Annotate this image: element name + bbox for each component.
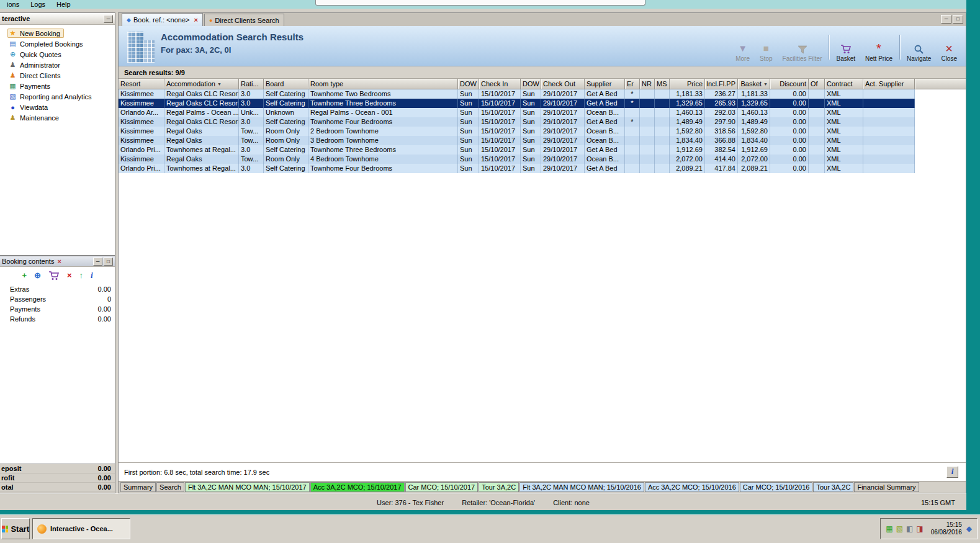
- nett-price-button[interactable]: *Nett Price: [860, 30, 897, 65]
- column-header-ms[interactable]: MS: [655, 79, 670, 89]
- stop-button[interactable]: ■Stop: [755, 30, 778, 65]
- volume-tray-icon[interactable]: ◨: [916, 524, 923, 533]
- menu-item-help[interactable]: Help: [51, 0, 76, 9]
- bottom-tab-search[interactable]: Search: [156, 482, 184, 492]
- column-header-dow[interactable]: DOW: [521, 79, 541, 89]
- column-header-resort[interactable]: Resort: [119, 79, 164, 89]
- booking-total-label: otal: [1, 483, 98, 491]
- bottom-tab-acc-3a-2c-mco-15-10-2016[interactable]: Acc 3A,2C MCO; 15/10/2016: [645, 482, 739, 492]
- info-icon[interactable]: i: [91, 271, 93, 280]
- column-header-price[interactable]: Price: [670, 79, 705, 89]
- sort-icon[interactable]: ▼: [763, 79, 768, 89]
- column-header-check-out[interactable]: Check Out: [541, 79, 585, 89]
- cell-check-out: 29/10/2017: [541, 127, 585, 136]
- window-restore-button[interactable]: □: [953, 15, 963, 24]
- cell-dow: Sun: [521, 108, 541, 117]
- sidebar-item-administrator[interactable]: ♟Administrator: [0, 60, 115, 70]
- sidebar-item-new-booking[interactable]: ★New Booking: [0, 28, 115, 38]
- bottom-tab-tour-3a-2c[interactable]: Tour 3A,2C: [813, 482, 853, 492]
- result-row[interactable]: KissimmeeRegal Oaks CLC Resort3.0Self Ca…: [119, 117, 915, 127]
- column-header-rati[interactable]: Rati...: [239, 79, 264, 89]
- result-row[interactable]: KissimmeeRegal Oaks CLC Resort3.0Self Ca…: [119, 89, 915, 99]
- mdi-tab-strip: ◆Book. ref.: <none>×●Direct Clients Sear…: [119, 13, 966, 26]
- sidebar-item-completed-bookings[interactable]: ▤Completed Bookings: [0, 38, 115, 49]
- display-tray-icon[interactable]: ◆: [966, 524, 972, 533]
- booking-section-tabs: SummarySearchFlt 3A,2C MAN MCO MAN; 15/1…: [119, 481, 966, 493]
- column-header-er[interactable]: Er: [625, 79, 640, 89]
- result-row[interactable]: KissimmeeRegal OaksTow...Room Only4 Bedr…: [119, 155, 915, 164]
- bottom-tab-tour-3a-2c[interactable]: Tour 3A,2C: [479, 482, 519, 492]
- more-button[interactable]: ▼More: [731, 30, 755, 65]
- info-button[interactable]: i: [946, 466, 958, 478]
- result-row[interactable]: Orlando Ar...Regal Palms - Ocean ...Unk.…: [119, 108, 915, 117]
- menu-item-logs[interactable]: Logs: [25, 0, 51, 9]
- cell-board: Unknown: [264, 108, 308, 117]
- globe-icon[interactable]: ⊕: [34, 271, 41, 280]
- bottom-tab-flt-3a-2c-man-mco-man-15-10-2017[interactable]: Flt 3A,2C MAN MCO MAN; 15/10/2017: [185, 482, 310, 492]
- booking-contents-close-icon[interactable]: ×: [57, 258, 61, 265]
- cell-incl-fl-pp: 297.90: [705, 117, 738, 127]
- message-tray-icon[interactable]: ▧: [896, 524, 903, 533]
- basket-button[interactable]: Basket: [831, 30, 860, 65]
- tab-direct-clients-search[interactable]: ●Direct Clients Search: [204, 14, 284, 26]
- column-header-board[interactable]: Board: [264, 79, 308, 89]
- remove-icon[interactable]: ×: [67, 271, 72, 280]
- column-header-label: Accommodation: [166, 79, 215, 89]
- tab-label: Book. ref.: <none>: [133, 16, 190, 24]
- tab-book-ref-none[interactable]: ◆Book. ref.: <none>×: [122, 13, 203, 26]
- cell-of: [809, 127, 825, 136]
- bottom-tab-car-mco-15-10-2016[interactable]: Car MCO; 15/10/2016: [740, 482, 813, 492]
- tray-icons: ▦▧◧◨: [886, 525, 926, 532]
- cell-price: 1,834.40: [670, 136, 705, 145]
- panel-minimize-button[interactable]: ─: [104, 15, 113, 23]
- window-minimize-button[interactable]: ─: [941, 15, 951, 24]
- bottom-tab-acc-3a-2c-mco-15-10-2017[interactable]: Acc 3A,2C MCO; 15/10/2017: [310, 482, 405, 492]
- bottom-tab-summary[interactable]: Summary: [120, 482, 156, 492]
- column-header-incl-fl-pp[interactable]: Incl.Fl.PP: [705, 79, 738, 89]
- sidebar-item-reporting-and-analytics[interactable]: ▧Reporting and Analytics: [0, 91, 115, 102]
- navigate-button[interactable]: Navigate: [902, 30, 936, 65]
- column-header-check-in[interactable]: Check In: [479, 79, 521, 89]
- sidebar-item-quick-quotes[interactable]: ⊕Quick Quotes: [0, 49, 115, 60]
- column-header-nr[interactable]: NR: [640, 79, 655, 89]
- result-row[interactable]: KissimmeeRegal OaksTow...Room Only3 Bedr…: [119, 136, 915, 145]
- column-header-dow[interactable]: DOW: [458, 79, 479, 89]
- sidebar-item-payments[interactable]: ▦Payments: [0, 81, 115, 91]
- cell-room-type: Townhome Four Bedrooms: [308, 117, 458, 127]
- result-row[interactable]: Orlando Pri...Townhomes at Regal...3.0Se…: [119, 145, 915, 155]
- bottom-tab-car-mco-15-10-2017[interactable]: Car MCO; 15/10/2017: [405, 482, 479, 492]
- bottom-tab-financial-summary[interactable]: Financial Summary: [854, 482, 919, 492]
- filter-icon[interactable]: ▼: [217, 79, 222, 89]
- add-icon[interactable]: +: [22, 271, 27, 280]
- sidebar-item-direct-clients[interactable]: ♟Direct Clients: [0, 70, 115, 81]
- booking-contents-maximize-button[interactable]: □: [104, 258, 113, 266]
- menu-item-ions[interactable]: ions: [1, 0, 25, 9]
- close-button[interactable]: ×Close: [936, 30, 962, 65]
- start-button[interactable]: Start: [1, 518, 30, 539]
- column-header-of[interactable]: Of: [809, 79, 825, 89]
- result-row[interactable]: KissimmeeRegal OaksTow...Room Only2 Bedr…: [119, 127, 915, 136]
- bottom-tab-flt-3a-2c-man-mco-man-15-10-2016[interactable]: Flt 3A,2C MAN MCO MAN; 15/10/2016: [519, 482, 644, 492]
- tab-close-icon[interactable]: ×: [194, 16, 197, 24]
- column-header-accommodation[interactable]: Accommodation▼: [164, 79, 239, 89]
- lan-tray-icon[interactable]: ▦: [886, 524, 892, 533]
- column-header-act-supplier[interactable]: Act. Supplier: [863, 79, 915, 89]
- toolbar-button-label: More: [735, 55, 750, 62]
- result-row[interactable]: Orlando Pri...Townhomes at Regal...3.0Se…: [119, 164, 915, 173]
- column-header-basket[interactable]: Basket▼: [738, 79, 770, 89]
- facilities-filter-button[interactable]: Facilities Filter: [778, 30, 827, 65]
- result-row[interactable]: KissimmeeRegal Oaks CLC Resort3.0Self Ca…: [119, 99, 915, 108]
- basket-icon[interactable]: [48, 271, 60, 280]
- column-header-room-type[interactable]: Room type: [308, 79, 458, 89]
- upload-icon[interactable]: ↑: [79, 271, 83, 280]
- sidebar-item-maintenance[interactable]: ♟Maintenance: [0, 112, 115, 123]
- column-header-supplier[interactable]: Supplier: [585, 79, 625, 89]
- print-tray-icon[interactable]: ◧: [906, 524, 913, 533]
- close-icon: ×: [945, 40, 953, 54]
- booking-contents-minimize-button[interactable]: ─: [93, 258, 102, 266]
- cell-supplier: Ocean B...: [585, 136, 625, 145]
- column-header-discount[interactable]: Discount: [770, 79, 809, 89]
- sidebar-item-viewdata[interactable]: ●Viewdata: [0, 102, 115, 112]
- taskbar-app-button[interactable]: Interactive - Ocea...: [32, 518, 130, 539]
- column-header-contract[interactable]: Contract: [825, 79, 863, 89]
